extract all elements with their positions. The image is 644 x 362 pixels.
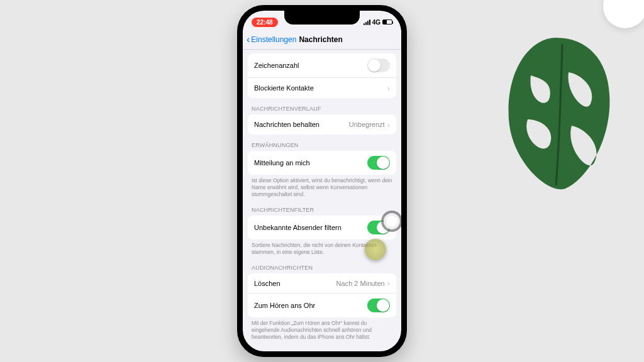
network-label: 4G bbox=[372, 19, 380, 26]
notify-label: Mitteilung an mich bbox=[254, 159, 310, 167]
settings-content[interactable]: Zeichenanzahl Blockierte Kontakte › NACH… bbox=[243, 50, 401, 351]
chevron-right-icon: › bbox=[387, 84, 390, 92]
filter-label: Unbekannte Absender filtern bbox=[254, 224, 341, 231]
keep-value: Unbegrenzt bbox=[349, 121, 385, 128]
row-char-count[interactable]: Zeichenanzahl bbox=[248, 53, 396, 78]
back-button[interactable]: ‹ Einstellungen bbox=[247, 35, 296, 45]
header-filter: NACHRICHTENFILTER bbox=[243, 199, 401, 216]
char-count-toggle[interactable] bbox=[367, 58, 390, 72]
row-blocked-contacts[interactable]: Blockierte Kontakte › bbox=[248, 78, 396, 98]
status-right: 4G bbox=[364, 19, 392, 26]
raise-label: Zum Hören ans Ohr bbox=[254, 302, 315, 309]
raise-toggle[interactable] bbox=[367, 299, 390, 312]
chevron-left-icon: ‹ bbox=[247, 35, 250, 45]
nav-bar: ‹ Einstellungen Nachrichten bbox=[243, 30, 401, 50]
row-keep-messages[interactable]: Nachrichten behalten Unbegrenzt › bbox=[248, 114, 396, 134]
row-notify-me[interactable]: Mitteilung an mich bbox=[248, 151, 396, 175]
status-time: 22:48 bbox=[252, 18, 278, 27]
header-mentions: ERWÄHNUNGEN bbox=[243, 134, 401, 151]
row-filter-unknown[interactable]: Unbekannte Absender filtern bbox=[248, 216, 396, 239]
back-label: Einstellungen bbox=[251, 35, 296, 44]
notch bbox=[284, 11, 360, 25]
row-raise-to-listen[interactable]: Zum Hören ans Ohr bbox=[248, 293, 396, 317]
expire-value: Nach 2 Minuten bbox=[336, 280, 385, 287]
group-history: Nachrichten behalten Unbegrenzt › bbox=[248, 114, 396, 134]
phone-frame: 22:48 4G ‹ Einstellungen Nachrichten Zei… bbox=[237, 5, 407, 357]
header-history: NACHRICHTENVERLAUF bbox=[243, 98, 401, 114]
keep-label: Nachrichten behalten bbox=[254, 121, 319, 128]
touch-indicator bbox=[365, 239, 386, 260]
footer-audio: Mit der Funktion „Zum Hören ans Ohr“ kan… bbox=[243, 317, 401, 342]
char-count-label: Zeichenanzahl bbox=[254, 62, 299, 69]
battery-icon bbox=[382, 19, 392, 25]
monstera-leaf bbox=[493, 13, 619, 201]
group-audio: Löschen Nach 2 Minuten › Zum Hören ans O… bbox=[248, 273, 396, 317]
screen: 22:48 4G ‹ Einstellungen Nachrichten Zei… bbox=[243, 11, 401, 351]
chevron-right-icon: › bbox=[387, 121, 390, 129]
assistive-touch-button[interactable] bbox=[381, 211, 401, 232]
footer-mentions: Ist diese Option aktiviert, wirst du ben… bbox=[243, 175, 401, 199]
blocked-label: Blockierte Kontakte bbox=[254, 84, 314, 92]
chevron-right-icon: › bbox=[387, 279, 390, 287]
group-filter: Unbekannte Absender filtern bbox=[248, 216, 396, 239]
expire-label: Löschen bbox=[254, 280, 280, 287]
page-title: Nachrichten bbox=[299, 35, 342, 44]
signal-icon bbox=[364, 19, 370, 25]
notify-toggle[interactable] bbox=[367, 156, 390, 170]
row-audio-expire[interactable]: Löschen Nach 2 Minuten › bbox=[248, 273, 396, 293]
group-general: Zeichenanzahl Blockierte Kontakte › bbox=[248, 53, 396, 98]
group-mentions: Mitteilung an mich bbox=[248, 151, 396, 175]
